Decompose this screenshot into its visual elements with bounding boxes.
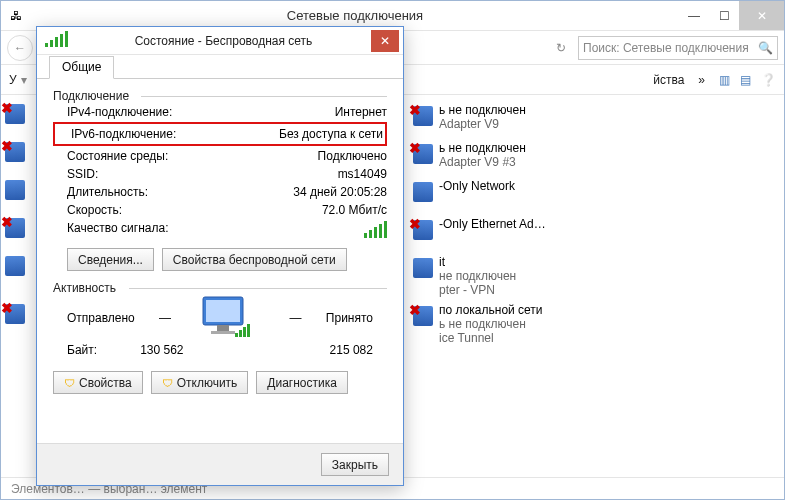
- back-button[interactable]: ←: [7, 35, 33, 61]
- diagnose-button[interactable]: Диагностика: [256, 371, 348, 394]
- list-item[interactable]: itне подключенpter - VPN: [413, 255, 784, 303]
- search-placeholder: Поиск: Сетевые подключения: [583, 41, 758, 55]
- wifi-properties-button[interactable]: Свойства беспроводной сети: [162, 248, 347, 271]
- row-duration: Длительность:34 дней 20:05:28: [53, 183, 387, 201]
- list-item[interactable]: ✖ ь не подключенAdapter V9 #3: [413, 141, 784, 179]
- adapter-icon: ✖: [413, 220, 433, 240]
- search-icon: 🔍: [758, 41, 773, 55]
- close-dialog-button[interactable]: Закрыть: [321, 453, 389, 476]
- group-connection-label: Подключение: [53, 89, 387, 103]
- list-item[interactable]: ✖ по локальной сетиь не подключенice Tun…: [413, 303, 784, 351]
- list-item[interactable]: -Only Network: [413, 179, 784, 217]
- tabstrip: Общие: [37, 55, 403, 79]
- signal-icon: [45, 31, 68, 50]
- close-button[interactable]: ✕: [739, 1, 784, 30]
- window-icon: 🖧: [1, 9, 31, 23]
- adapter-icon: ✖: [5, 142, 25, 162]
- minimize-button[interactable]: —: [679, 1, 709, 30]
- toolbar-overflow[interactable]: »: [698, 73, 705, 87]
- shield-icon: 🛡: [64, 377, 75, 389]
- adapter-icon: ✖: [5, 104, 25, 124]
- signal-bars-icon: [364, 221, 387, 238]
- details-button[interactable]: Сведения...: [67, 248, 154, 271]
- recv-label: Принято: [326, 311, 373, 325]
- svg-rect-4: [235, 333, 238, 337]
- adapter-icon: [5, 256, 25, 276]
- tab-general[interactable]: Общие: [49, 56, 114, 79]
- adapter-icon: [413, 258, 433, 278]
- disabled-x-icon: ✖: [409, 216, 421, 232]
- help-icon[interactable]: ❔: [761, 73, 776, 87]
- bytes-sent: 130 562: [140, 343, 183, 357]
- disabled-x-icon: ✖: [409, 140, 421, 156]
- maximize-button[interactable]: ☐: [709, 1, 739, 30]
- svg-rect-5: [239, 330, 242, 337]
- adapter-icon: ✖: [5, 218, 25, 238]
- row-media: Состояние среды:Подключено: [53, 147, 387, 165]
- disabled-x-icon: ✖: [409, 102, 421, 118]
- adapter-icon: ✖: [413, 106, 433, 126]
- svg-rect-7: [247, 324, 250, 337]
- row-ssid: SSID:ms14049: [53, 165, 387, 183]
- parent-title: Сетевые подключения: [31, 8, 679, 23]
- status-dialog: Состояние - Беспроводная сеть ✕ Общие По…: [36, 26, 404, 486]
- disabled-x-icon: ✖: [409, 302, 421, 318]
- dialog-title: Состояние - Беспроводная сеть: [76, 34, 371, 48]
- row-ipv4: IPv4-подключение:Интернет: [53, 103, 387, 121]
- disable-button[interactable]: 🛡Отключить: [151, 371, 249, 394]
- bytes-recv: 215 082: [330, 343, 373, 357]
- refresh-button[interactable]: ↻: [548, 35, 574, 61]
- group-activity-label: Активность: [53, 281, 387, 295]
- svg-rect-3: [211, 331, 235, 334]
- svg-rect-1: [206, 300, 240, 322]
- activity-visual: Отправлено — — Принято: [67, 295, 373, 341]
- adapter-icon: ✖: [413, 144, 433, 164]
- row-bytes: Байт: 130 562 215 082: [53, 343, 387, 357]
- adapter-icon: ✖: [5, 304, 25, 324]
- toolbar-item[interactable]: йства: [653, 73, 684, 87]
- list-item[interactable]: ✖ ь не подключенAdapter V9: [413, 103, 784, 141]
- search-input[interactable]: Поиск: Сетевые подключения 🔍: [578, 36, 778, 60]
- row-ipv6-highlighted: IPv6-подключение:Без доступа к сети: [53, 122, 387, 146]
- list-item[interactable]: ✖ -Only Ethernet Ad…: [413, 217, 784, 255]
- properties-button[interactable]: 🛡Свойства: [53, 371, 143, 394]
- dialog-titlebar: Состояние - Беспроводная сеть ✕: [37, 27, 403, 55]
- adapter-icon: [413, 182, 433, 202]
- sent-label: Отправлено: [67, 311, 135, 325]
- view-icons-icon[interactable]: ▥: [719, 73, 730, 87]
- row-speed: Скорость:72.0 Мбит/с: [53, 201, 387, 219]
- svg-rect-2: [217, 325, 229, 331]
- adapter-icon: ✖: [413, 306, 433, 326]
- row-signal-quality: Качество сигнала:: [53, 219, 387, 240]
- dialog-close-button[interactable]: ✕: [371, 30, 399, 52]
- adapter-icon: [5, 180, 25, 200]
- dialog-footer: Закрыть: [37, 443, 403, 485]
- shield-icon: 🛡: [162, 377, 173, 389]
- view-details-icon[interactable]: ▤: [740, 73, 751, 87]
- svg-rect-6: [243, 327, 246, 337]
- monitor-icon: [195, 295, 265, 341]
